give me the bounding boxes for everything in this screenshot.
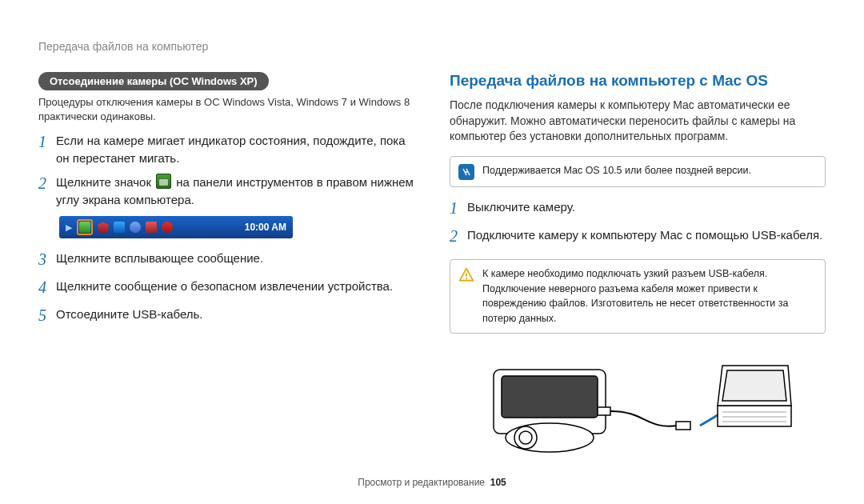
step-text: Щелкните значок на панели инструментов в…: [56, 174, 414, 209]
step-number: 2: [38, 172, 56, 195]
info-icon: [458, 164, 474, 180]
svg-rect-7: [598, 407, 610, 415]
safely-remove-tray-icon: [79, 222, 90, 233]
step-text: Щелкните сообщение о безопасном извлечен…: [56, 278, 414, 295]
footer-section: Просмотр и редактирование: [358, 477, 485, 488]
right-column: Передача файлов на компьютер с Mac OS По…: [450, 72, 826, 470]
warning-note-text: К камере необходимо подключать узкий раз…: [482, 266, 815, 326]
info-note: Поддерживается Mac OS 10.5 или более поз…: [450, 156, 826, 187]
step-text: Подключите камеру к компьютеру Mac с пом…: [467, 226, 826, 244]
safely-remove-icon: [156, 174, 171, 189]
svg-rect-8: [676, 422, 690, 430]
step-item: 4 Щелкните сообщение о безопасном извлеч…: [38, 278, 414, 299]
volume-icon: [146, 222, 157, 233]
svg-point-6: [519, 431, 532, 444]
step-text: Щелкните всплывающее сообщение.: [56, 250, 414, 267]
step-item: 1 Выключите камеру.: [450, 198, 826, 220]
mac-intro: После подключения камеры к компьютеру Ma…: [450, 98, 826, 145]
step-text: Если на камере мигает индикатор состояни…: [56, 132, 414, 167]
windows-subtext: Процедуры отключения камеры в ОС Windows…: [38, 95, 414, 124]
step-number: 3: [38, 248, 56, 271]
left-column: Отсоединение камеры (ОС Windows XP) Проц…: [38, 72, 414, 470]
tray-highlighted-icon: [77, 219, 93, 235]
svg-point-1: [466, 278, 467, 279]
step-item: 1 Если на камере мигает индикатор состоя…: [38, 132, 414, 167]
breadcrumb: Передача файлов на компьютер: [38, 40, 826, 53]
page-number: 105: [490, 477, 506, 488]
tray-expand-icon: ▶: [66, 222, 72, 233]
step-text-part: Щелкните значок: [56, 175, 154, 189]
step-item: 5 Отсоедините USB-кабель.: [38, 306, 414, 327]
step-item: 2 Подключите камеру к компьютеру Mac с п…: [450, 226, 826, 248]
usb-connection-diagram: [478, 350, 798, 470]
manual-page: Передача файлов на компьютер Отсоединени…: [0, 0, 864, 494]
mac-heading: Передача файлов на компьютер с Mac OS: [450, 72, 826, 90]
step-item: 2 Щелкните значок на панели инструментов…: [38, 174, 414, 209]
network-icon: [130, 222, 141, 233]
step-number: 4: [38, 276, 56, 299]
mac-steps: 1 Выключите камеру. 2 Подключите камеру …: [450, 198, 826, 248]
step-number: 1: [450, 197, 467, 220]
step-number: 5: [38, 304, 56, 327]
step-text: Отсоедините USB-кабель.: [56, 306, 414, 323]
two-column-layout: Отсоединение камеры (ОС Windows XP) Проц…: [38, 72, 826, 470]
windows-taskbar-tray: ▶ 10:00 AM: [59, 216, 293, 238]
info-note-text: Поддерживается Mac OS 10.5 или более поз…: [482, 163, 751, 178]
windows-steps-cont: 3 Щелкните всплывающее сообщение. 4 Щелк…: [38, 250, 414, 327]
status-tray-icon: [162, 222, 173, 233]
svg-rect-3: [502, 376, 598, 418]
warning-icon: [458, 267, 474, 283]
security-shield-icon: [98, 222, 109, 233]
step-text: Выключите камеру.: [467, 198, 826, 216]
section-pill-windows: Отсоединение камеры (ОС Windows XP): [38, 72, 269, 90]
windows-steps: 1 Если на камере мигает индикатор состоя…: [38, 132, 414, 208]
step-item: 3 Щелкните всплывающее сообщение.: [38, 250, 414, 271]
step-number: 2: [450, 225, 467, 248]
step-number: 1: [38, 130, 56, 154]
tray-clock: 10:00 AM: [245, 222, 286, 233]
warning-note: К камере необходимо подключать узкий раз…: [450, 259, 826, 334]
page-footer: Просмотр и редактирование 105: [0, 477, 864, 488]
display-icon: [114, 222, 125, 233]
